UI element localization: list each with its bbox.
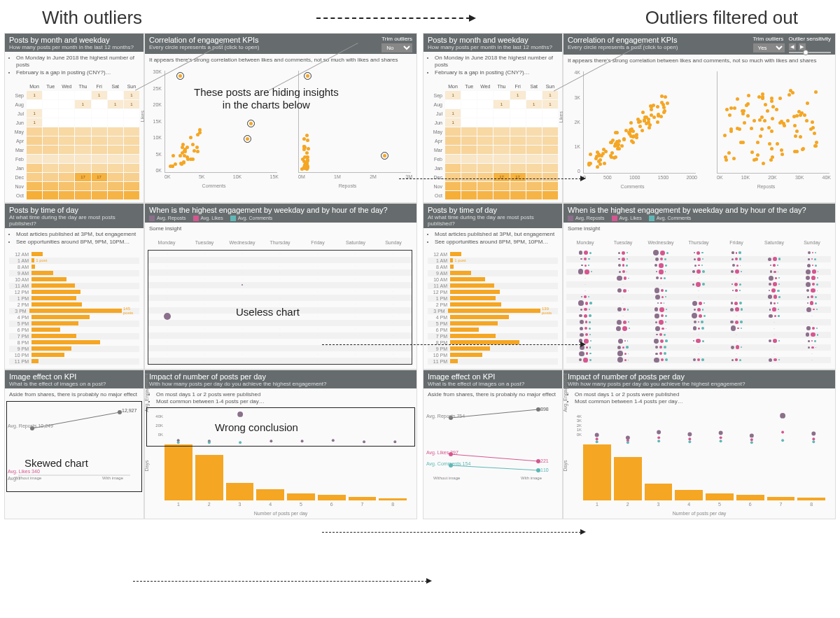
hour-bar-chart[interactable]: 12 AM1 AM1 post8 AM9 AM10 AM11 AM12 PM1 … (5, 248, 144, 367)
panel-title: Posts by month and weekday (9, 36, 139, 44)
panel-insight: Most articles published at 3PM, but enga… (5, 228, 144, 248)
value-label: 12,927 (122, 408, 137, 413)
panel-subtitle: With how many posts per day do you achie… (568, 381, 831, 387)
svg-point-50 (688, 440, 691, 443)
header-arrow-icon (316, 17, 470, 19)
panel-subtitle: What is the effect of images on a post? (428, 381, 558, 387)
panel-title: When is the highest engagement by weekda… (568, 206, 831, 214)
panel-insight: Aside from shares, there is probably no … (424, 388, 562, 401)
slider-prev-button[interactable]: ◀ (789, 43, 796, 50)
svg-point-31 (595, 433, 599, 437)
hour-bar-chart[interactable]: 12 AM1 AM1 post8 AM9 AM10 AM11 AM12 PM1 … (424, 248, 562, 367)
panel-header: Impact of number of posts per day With h… (145, 370, 416, 388)
insight-bullet: On most days 1 or 2 posts were published (575, 391, 831, 398)
avg-engagement-scatter[interactable]: 40K20K0K Avg. Engagement (149, 412, 412, 447)
panel-header: When is the highest engagement by weekda… (564, 204, 835, 223)
scatter-likes-comments[interactable]: Likes 4K3K2K1K0 0500100015002000 Comment… (568, 70, 697, 182)
svg-point-10 (301, 440, 304, 442)
trim-outliers-select[interactable]: Yes (753, 43, 785, 52)
panel-title: Posts by time of day (428, 206, 558, 214)
trim-outliers-select[interactable]: No (382, 43, 412, 52)
svg-point-46 (812, 437, 815, 440)
scatter-likes-reposts[interactable]: 0K10K20K30K40K Reposts (701, 70, 831, 182)
panel-insight: Some insight (145, 223, 416, 235)
svg-text:Without image: Without image (433, 476, 461, 480)
dotmatrix[interactable]: ········································… (148, 250, 412, 365)
dashboard-filtered: Posts by month and weekday How many post… (423, 33, 836, 519)
panel-insight: On Monday in June 2018 the highest numbe… (424, 52, 562, 79)
svg-point-41 (657, 436, 660, 439)
svg-text:110: 110 (540, 468, 549, 472)
scatter-likes-reposts[interactable]: 0M1M2M3M Reposts (283, 69, 412, 181)
svg-line-23 (451, 454, 538, 461)
x-axis-label: Reposts (283, 183, 412, 188)
sensitivity-slider[interactable] (789, 52, 831, 53)
svg-point-43 (720, 436, 722, 439)
trim-outliers-control: Trim outliers No (382, 36, 412, 52)
insight-bullet: On most days 1 or 2 posts were published (156, 391, 412, 398)
dashboards-row: Posts by month and weekday How many post… (0, 33, 840, 519)
avg-engagement-scatter[interactable]: 4K3K2K1K0K Avg. Engagement (568, 412, 831, 447)
panel-header: Correlation of engagement KPIs Every cir… (564, 34, 835, 55)
insight-bullet: On Monday in June 2018 the highest numbe… (435, 55, 558, 69)
panel-subtitle: How many posts per month in the last 12 … (9, 44, 139, 50)
panel-time-of-day: Posts by time of day At what time during… (4, 203, 144, 370)
panel-subtitle: Every circle represents a post (click to… (568, 44, 749, 50)
insight-bullet: On Monday in June 2018 the highest numbe… (16, 55, 139, 69)
svg-point-48 (626, 441, 629, 444)
insight-bullet: February is a gap in posting (CNY?)… (16, 69, 139, 76)
panel-posts-per-day: Impact of number of posts per day With h… (144, 370, 417, 519)
panel-header: Impact of number of posts per day With h… (564, 370, 835, 388)
panel-title: Posts by time of day (9, 206, 139, 214)
days-bar-chart[interactable]: 12345678 (159, 447, 412, 510)
svg-point-53 (781, 439, 784, 442)
panel-heatmap: Posts by month and weekday How many post… (4, 33, 144, 203)
days-bar-chart[interactable]: 12345678 (578, 447, 831, 510)
svg-point-54 (812, 440, 815, 443)
panel-subtitle: With how many posts per day do you achie… (149, 381, 412, 387)
panel-subtitle: How many posts per month in the last 12 … (428, 44, 558, 50)
scatter-likes-comments[interactable]: Likes 30K25K20K15K10K5K0K 0K5K10K15K Com… (149, 69, 279, 181)
insight-bullet: Most articles published at 3PM, but enga… (16, 231, 139, 238)
x-axis-label: Reposts (701, 184, 831, 189)
swatch-comments (649, 216, 654, 221)
insight-bullet: Most articles published at 3PM, but enga… (435, 231, 558, 238)
series-label-reposts: Avg. Reposts 10,249 (8, 423, 53, 428)
y-axis-ticks: 4K3K2K1K0K (568, 414, 582, 437)
page-header: With outliers Outliers filtered out (0, 0, 840, 33)
series-label-likes: Avg. Likes 340 (8, 469, 40, 474)
panel-header: Image effect on KPI What is the effect o… (424, 370, 562, 388)
y-axis-ticks: 40K20K0K (149, 414, 163, 437)
svg-point-38 (811, 431, 816, 435)
series-label-avg: Avg. / (8, 476, 20, 481)
heatmap-grid[interactable]: MonTueWedThuFriSatSunSep111Aug111Jul1Jun… (9, 82, 139, 199)
x-axis-label: Comments (568, 184, 697, 189)
sensitivity-label: Outlier sensitivity (789, 36, 831, 42)
insight-bullet: Most common between 1-4 posts per day… (575, 398, 831, 405)
y-axis-label: Avg. Engagement (144, 373, 149, 412)
svg-point-35 (719, 430, 723, 435)
panel-title: Correlation of engagement KPIs (568, 36, 749, 44)
left-title: With outliers (42, 7, 142, 29)
panel-title: Posts by month and weekday (428, 36, 558, 44)
panel-correlation: Correlation of engagement KPIs Every cir… (144, 33, 417, 203)
panel-image-effect: Image effect on KPI What is the effect o… (423, 370, 563, 519)
series-label-likes: Avg. Likes 297 (426, 450, 458, 455)
dotmatrix[interactable]: ------------------------------- (566, 250, 831, 365)
svg-text:898: 898 (540, 407, 549, 412)
y-axis-label: Likes (140, 111, 145, 122)
outlier-sensitivity-control: Outlier sensitivity ◀ ▶ (789, 36, 831, 53)
svg-point-47 (596, 440, 598, 443)
dashboard-with-outliers: Posts by month and weekday How many post… (4, 33, 417, 519)
panel-header: Posts by time of day At what time during… (5, 204, 144, 228)
trim-label: Trim outliers (753, 36, 785, 42)
heatmap-grid[interactable]: MonTueWedThuFriSatSunSep111Aug111Jul1Jun… (428, 82, 558, 199)
y-axis-label: Avg. Engagement (563, 373, 568, 412)
panel-title: When is the highest engagement by weekda… (149, 206, 412, 214)
x-axis-label: Comments (149, 183, 279, 188)
right-title: Outliers filtered out (645, 7, 798, 29)
svg-point-45 (781, 430, 784, 433)
svg-point-44 (750, 438, 753, 441)
svg-line-27 (451, 465, 538, 470)
swatch-likes (193, 216, 199, 221)
